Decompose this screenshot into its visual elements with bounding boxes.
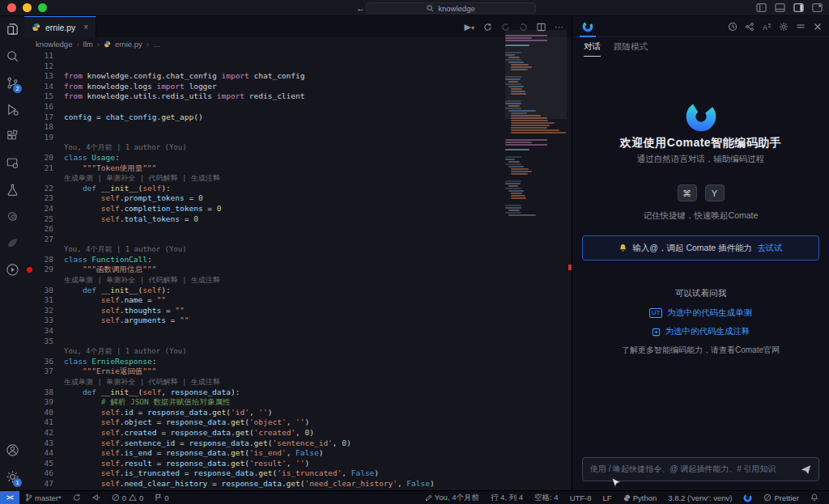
notifications-item[interactable] bbox=[810, 493, 818, 502]
code-line[interactable]: 37 """Ernie返回值""" bbox=[24, 366, 504, 377]
code-line[interactable]: 44 self.is_end = response_data.get('is_e… bbox=[24, 448, 504, 459]
code-line[interactable]: 17config = chat_config.get_app() bbox=[24, 112, 504, 123]
eol-item[interactable]: LF bbox=[603, 493, 612, 502]
minimap-slider[interactable] bbox=[505, 30, 567, 119]
notice-banner[interactable]: 输入@，调起 Comate 插件能力 去试试 bbox=[582, 235, 819, 260]
tab-close-icon[interactable]: × bbox=[83, 23, 88, 32]
breadcrumb[interactable]: knowledge› llm› ernie.py› … bbox=[24, 37, 572, 51]
code-line[interactable]: 27 bbox=[24, 235, 504, 245]
suggestion-generate-comments[interactable]: 为选中的代码生成注释 bbox=[572, 326, 829, 337]
code-line[interactable]: 13from knowledge.config.chat_config impo… bbox=[24, 71, 504, 82]
code-line[interactable]: 36class ErnieResponse: bbox=[24, 357, 504, 367]
panel-menu-icon[interactable] bbox=[796, 22, 806, 32]
breadcrumb-item[interactable]: knowledge bbox=[36, 40, 72, 49]
prettier-item[interactable]: Prettier bbox=[763, 493, 799, 502]
history-icon[interactable] bbox=[728, 22, 738, 32]
toggle-secondary-sidebar-icon[interactable] bbox=[793, 2, 804, 13]
send-icon[interactable] bbox=[801, 464, 811, 475]
code-line[interactable]: 生成单测 | 单测补全 | 代码解释 | 生成注释 bbox=[24, 173, 504, 184]
code-line[interactable]: 26 bbox=[24, 224, 504, 235]
run-debug-icon[interactable] bbox=[0, 96, 24, 123]
interpreter-item[interactable]: 3.8.2 ('venv': venv) bbox=[668, 493, 732, 502]
code-line[interactable]: 43 self.sentence_id = response_data.get(… bbox=[24, 438, 504, 449]
code-line[interactable]: 29 """函数调用信息""" bbox=[24, 265, 504, 275]
announcement-item[interactable] bbox=[92, 493, 100, 502]
code-line[interactable]: 34 bbox=[24, 326, 504, 337]
code-line[interactable]: 25 self.total_tokens = 0 bbox=[24, 214, 504, 225]
code-line[interactable]: 39 # 解析 JSON 数据并赋值给对象属性 bbox=[24, 397, 504, 408]
code-line[interactable]: 生成单测 | 单测补全 | 代码解释 | 生成注释 bbox=[24, 377, 504, 388]
try-it-link[interactable]: 去试试 bbox=[757, 243, 783, 254]
problems-item[interactable]: 0 0 bbox=[112, 493, 144, 502]
code-line[interactable]: 16 bbox=[24, 102, 504, 112]
code-line[interactable]: 20class Usage: bbox=[24, 153, 504, 163]
toggle-panel-icon[interactable] bbox=[775, 2, 785, 13]
cursor-position-item[interactable]: 行 4, 列 4 bbox=[491, 493, 523, 503]
indentation-item[interactable]: 空格: 4 bbox=[534, 493, 559, 503]
breakpoint-dot[interactable] bbox=[24, 265, 33, 275]
search-sidebar-icon[interactable] bbox=[0, 43, 24, 70]
tab-ernie-py[interactable]: ernie.py × bbox=[24, 16, 96, 37]
share-icon[interactable] bbox=[745, 22, 755, 32]
code-line[interactable]: 11 bbox=[24, 51, 504, 61]
code-line[interactable]: 41 self.object = response_data.get('obje… bbox=[24, 417, 504, 428]
code-line[interactable]: 18 bbox=[24, 122, 504, 133]
code-line[interactable]: You, 4个月前 | 1 author (You) bbox=[24, 142, 504, 153]
minimize-window-button[interactable] bbox=[23, 3, 32, 12]
comate-view-tab[interactable] bbox=[579, 16, 597, 37]
code-line[interactable]: 40 self.id = response_data.get('id', '') bbox=[24, 408, 504, 418]
code-line[interactable]: 生成单测 | 单测补全 | 代码解释 | 生成注释 bbox=[24, 275, 504, 286]
code-line[interactable]: 23 self.prompt_tokens = 0 bbox=[24, 193, 504, 204]
learn-more-text[interactable]: 了解更多智能编码能力，请查看Comate官网 bbox=[572, 345, 829, 356]
code-line[interactable]: 28class FunctionCall: bbox=[24, 255, 504, 265]
source-control-icon[interactable]: 2 bbox=[0, 70, 24, 96]
tab-chat[interactable]: 对话 bbox=[584, 41, 601, 53]
code-runner-icon[interactable] bbox=[0, 256, 24, 283]
flag-item[interactable]: 0 bbox=[155, 493, 168, 502]
code-line[interactable]: 21 """Token使用量""" bbox=[24, 163, 504, 174]
account-icon[interactable] bbox=[0, 437, 24, 464]
toggle-sidebar-icon[interactable] bbox=[756, 2, 767, 13]
code-line[interactable]: 47 self.need_clear_history = response_da… bbox=[24, 479, 504, 489]
code-line[interactable]: 42 self.created = response_data.get('cre… bbox=[24, 428, 504, 438]
language-mode-item[interactable]: Python bbox=[623, 493, 657, 502]
font-edit-icon[interactable]: A bbox=[762, 22, 772, 32]
close-window-button[interactable] bbox=[7, 3, 16, 12]
code-line[interactable]: 12 bbox=[24, 61, 504, 72]
restart-icon[interactable] bbox=[483, 23, 492, 32]
sync-item[interactable] bbox=[73, 493, 81, 502]
history-back-icon[interactable]: ← bbox=[356, 3, 365, 13]
code-line[interactable]: 46 self.is_truncated = response_data.get… bbox=[24, 468, 504, 479]
plugin-leaf-icon[interactable] bbox=[0, 230, 24, 256]
settings-gear-icon[interactable]: 1 bbox=[0, 464, 24, 490]
code-line[interactable]: 22 def __init__(self): bbox=[24, 184, 504, 194]
encoding-item[interactable]: UTF-8 bbox=[570, 493, 592, 502]
code-line[interactable]: You, 4个月前 | 1 author (You) bbox=[24, 346, 504, 357]
code-lines[interactable]: 111213from knowledge.config.chat_config … bbox=[24, 51, 504, 490]
code-line[interactable]: 38 def __init__(self, response_data): bbox=[24, 388, 504, 398]
code-line[interactable]: 24 self.completion_tokens = 0 bbox=[24, 204, 504, 214]
testing-icon[interactable] bbox=[0, 176, 24, 203]
remote-indicator[interactable]: >< bbox=[0, 491, 19, 504]
code-line[interactable]: 32 self.thoughts = "" bbox=[24, 306, 504, 316]
code-line[interactable]: 45 self.result = response_data.get('resu… bbox=[24, 459, 504, 469]
code-line[interactable]: 33 self.arguments = "" bbox=[24, 316, 504, 326]
panel-settings-icon[interactable] bbox=[779, 22, 789, 32]
code-line[interactable]: 30 def __init__(self): bbox=[24, 286, 504, 296]
git-branch-item[interactable]: master* bbox=[25, 493, 62, 502]
breadcrumb-item[interactable]: … bbox=[153, 40, 161, 49]
run-python-file-button[interactable]: ▶▾ bbox=[465, 22, 474, 32]
code-line[interactable]: 14from knowledge.logs import logger bbox=[24, 82, 504, 92]
panel-close-icon[interactable] bbox=[813, 22, 823, 32]
remote-explorer-icon[interactable] bbox=[0, 150, 24, 176]
code-line[interactable]: 31 self.name = "" bbox=[24, 295, 504, 306]
breadcrumb-item[interactable]: llm bbox=[83, 40, 93, 49]
comate-status-icon[interactable] bbox=[743, 493, 752, 502]
explorer-icon[interactable] bbox=[0, 16, 24, 43]
code-line[interactable]: 35 bbox=[24, 337, 504, 347]
code-line[interactable]: You, 4个月前 | 1 author (You) bbox=[24, 244, 504, 255]
zoom-window-button[interactable] bbox=[38, 3, 47, 12]
code-line[interactable]: 19 bbox=[24, 133, 504, 143]
extensions-icon[interactable] bbox=[0, 123, 24, 150]
customize-layout-icon[interactable] bbox=[812, 2, 823, 13]
